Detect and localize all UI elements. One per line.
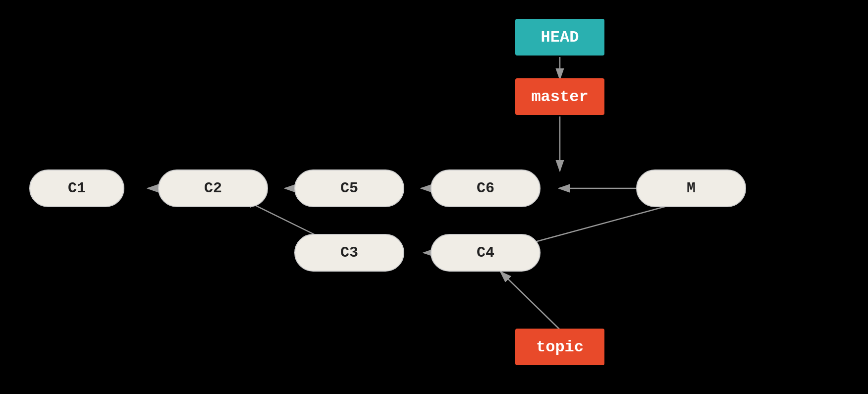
arrow-topic-to-c4	[500, 272, 560, 330]
commit-c4-label: C4	[477, 244, 494, 261]
tag-master-label: master	[531, 88, 588, 106]
git-diagram: C1 C2 C5 C6 M C3 C4 HEAD master topic	[0, 0, 868, 394]
commit-c6-label: C6	[477, 180, 494, 197]
commit-c1-label: C1	[68, 180, 86, 197]
commit-m-label: M	[687, 180, 696, 197]
commit-c2-label: C2	[204, 180, 222, 197]
commit-c3-label: C3	[340, 244, 358, 261]
tag-topic-label: topic	[536, 338, 584, 356]
arrow-m-to-c4	[524, 203, 678, 245]
tag-head-label: HEAD	[541, 28, 579, 47]
commit-c5-label: C5	[340, 180, 358, 197]
